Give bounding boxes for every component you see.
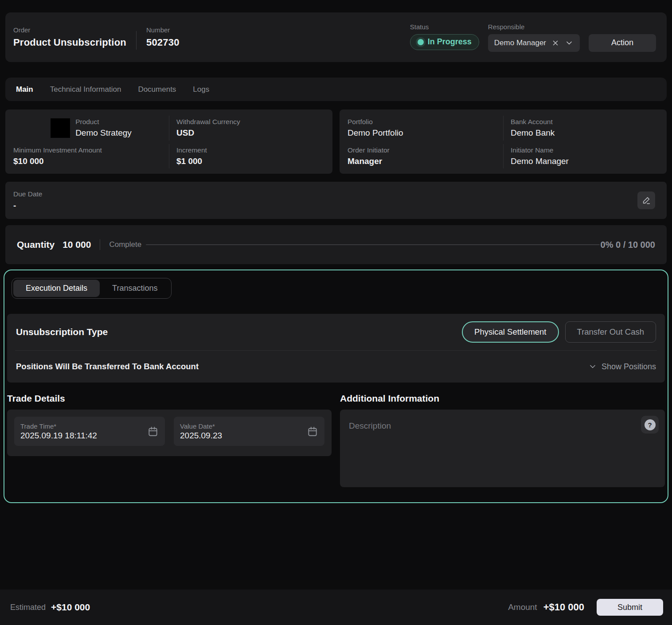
trade-time-label: Trade Time* — [20, 422, 97, 430]
calendar-icon — [147, 426, 159, 437]
withdrawal-currency-label: Withdrawal Currency — [176, 118, 324, 126]
physical-settlement-button[interactable]: Physical Settlement — [462, 321, 559, 343]
min-investment-cell: Minimum Investment Amount $10 000 — [13, 144, 169, 169]
help-button[interactable]: ? — [641, 416, 659, 434]
product-info-card: Product Demo Strategy Withdrawal Currenc… — [5, 109, 332, 174]
portfolio-label: Portfolio — [348, 118, 503, 126]
pencil-icon — [641, 195, 651, 205]
value-date-label: Value Date* — [180, 422, 222, 430]
order-title-group: Order Product Unsubscription — [13, 26, 126, 48]
status-dot-icon — [418, 39, 424, 45]
tab-transactions[interactable]: Transactions — [100, 280, 170, 297]
withdrawal-currency-cell: Withdrawal Currency USD — [169, 116, 324, 141]
chevron-down-icon — [588, 362, 597, 371]
quantity-value: 10 000 — [63, 239, 91, 250]
increment-cell: Increment $1 000 — [169, 144, 324, 169]
order-initiator-value: Manager — [348, 156, 503, 166]
description-input[interactable] — [349, 421, 625, 470]
unsubscription-type-card: Unsubscription Type Physical Settlement … — [7, 314, 665, 383]
trade-time-value: 2025.09.19 18:11:42 — [20, 431, 97, 441]
main-tabbar: Main Technical Information Documents Log… — [5, 78, 667, 101]
order-page: Order Product Unsubscription Number 5027… — [0, 0, 672, 625]
due-date-card: Due Date - — [5, 182, 667, 219]
estimated-label: Estimated — [10, 603, 46, 612]
tab-documents[interactable]: Documents — [138, 85, 176, 94]
question-icon: ? — [645, 419, 656, 430]
show-positions-label: Show Positions — [602, 362, 656, 371]
order-initiator-label: Order Initiator — [348, 146, 503, 154]
due-date-label: Due Date — [13, 190, 659, 198]
trade-details-title: Trade Details — [7, 393, 332, 404]
trade-details-panel: Trade Time* 2025.09.19 18:11:42 Value Da… — [7, 410, 332, 456]
tab-logs[interactable]: Logs — [193, 85, 209, 94]
value-date-value: 2025.09.23 — [180, 431, 222, 441]
initiator-name-value: Demo Manager — [511, 156, 659, 166]
order-initiator-cell: Order Initiator Manager — [348, 144, 503, 169]
status-group: Status In Progress — [410, 23, 479, 50]
bank-account-label: Bank Account — [511, 118, 659, 126]
responsible-label: Responsible — [488, 23, 580, 31]
additional-info-panel: ? — [340, 410, 665, 487]
status-badge: In Progress — [410, 34, 479, 50]
product-cell: Product Demo Strategy — [13, 116, 169, 141]
number-label: Number — [146, 26, 180, 34]
transfer-out-cash-button[interactable]: Transfer Out Cash — [565, 321, 656, 343]
execution-section: Execution Details Transactions Unsubscri… — [4, 270, 668, 503]
page-title: Product Unsubscription — [13, 37, 126, 48]
trade-time-field[interactable]: Trade Time* 2025.09.19 18:11:42 — [14, 417, 165, 446]
execution-tabs: Execution Details Transactions — [12, 278, 172, 299]
amount-value: +$10 000 — [543, 602, 584, 613]
quantity-card: Quantity 10 000 Complete 0% 0 / 10 000 — [5, 225, 667, 264]
submit-button[interactable]: Submit — [597, 599, 663, 616]
responsible-group: Responsible Demo Manager — [488, 23, 580, 52]
order-number: 502730 — [146, 37, 180, 48]
min-investment-label: Minimum Investment Amount — [13, 146, 169, 154]
trade-details-column: Trade Details Trade Time* 2025.09.19 18:… — [7, 393, 332, 487]
tab-execution-details[interactable]: Execution Details — [13, 280, 100, 297]
product-value: Demo Strategy — [75, 128, 132, 138]
status-value: In Progress — [428, 37, 472, 47]
show-positions-toggle[interactable]: Show Positions — [588, 362, 656, 371]
increment-value: $1 000 — [176, 156, 324, 166]
quantity-label: Quantity — [17, 239, 55, 250]
portfolio-cell: Portfolio Demo Portfolio — [348, 116, 503, 141]
additional-info-title: Additional Information — [340, 393, 665, 404]
tab-main[interactable]: Main — [16, 85, 33, 94]
increment-label: Increment — [176, 146, 324, 154]
initiator-name-cell: Initiator Name Demo Manager — [503, 144, 659, 169]
header-divider — [136, 31, 137, 50]
min-investment-value: $10 000 — [13, 156, 169, 166]
footer-bar: Estimated +$10 000 Amount +$10 000 Submi… — [0, 590, 672, 625]
progress-text: 0% 0 / 10 000 — [601, 240, 655, 250]
unsubscription-type-label: Unsubscription Type — [16, 327, 108, 337]
positions-transfer-text: Positions Will Be Transferred To Bank Ac… — [16, 362, 199, 371]
status-label: Status — [410, 23, 479, 31]
withdrawal-currency-value: USD — [176, 128, 324, 138]
product-label: Product — [75, 118, 132, 126]
amount-label: Amount — [508, 602, 537, 612]
due-date-value: - — [13, 201, 659, 211]
complete-label: Complete — [109, 240, 141, 249]
clear-responsible-icon[interactable] — [551, 39, 559, 47]
portfolio-value: Demo Portfolio — [348, 128, 503, 138]
bank-account-value: Demo Bank — [511, 128, 659, 138]
bank-account-cell: Bank Account Demo Bank — [503, 116, 659, 141]
edit-due-date-button[interactable] — [637, 191, 655, 209]
calendar-icon — [307, 426, 318, 437]
order-header: Order Product Unsubscription Number 5027… — [5, 12, 667, 62]
action-button[interactable]: Action — [589, 34, 656, 52]
value-date-field[interactable]: Value Date* 2025.09.23 — [174, 417, 324, 446]
portfolio-info-card: Portfolio Demo Portfolio Bank Account De… — [340, 109, 667, 174]
responsible-select[interactable]: Demo Manager — [488, 34, 580, 52]
responsible-value: Demo Manager — [494, 39, 546, 47]
chevron-down-icon[interactable] — [565, 39, 574, 47]
tab-technical-information[interactable]: Technical Information — [50, 85, 121, 94]
additional-info-column: Additional Information ? — [340, 393, 665, 487]
order-number-group: Number 502730 — [146, 26, 180, 48]
initiator-name-label: Initiator Name — [511, 146, 659, 154]
estimated-value: +$10 000 — [51, 602, 90, 613]
progress-bar — [146, 244, 599, 245]
product-image — [51, 118, 70, 138]
order-label: Order — [13, 26, 126, 34]
quantity-divider — [100, 239, 100, 250]
